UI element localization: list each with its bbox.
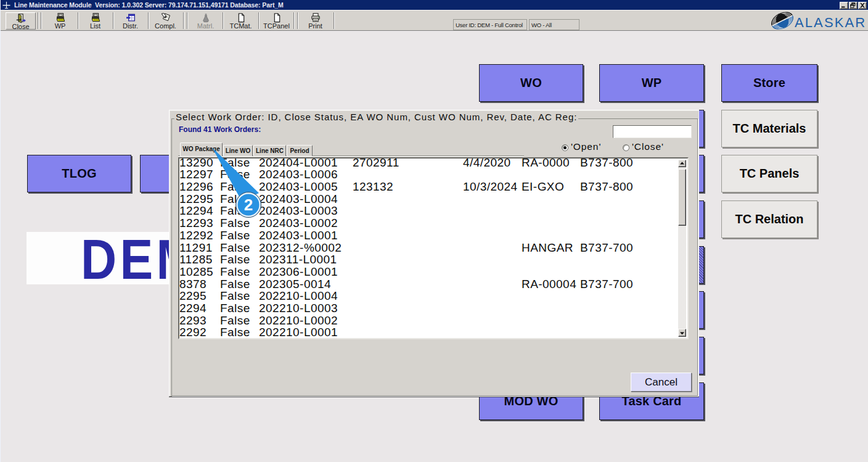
svg-text:ALASKAR: ALASKAR xyxy=(795,15,866,30)
